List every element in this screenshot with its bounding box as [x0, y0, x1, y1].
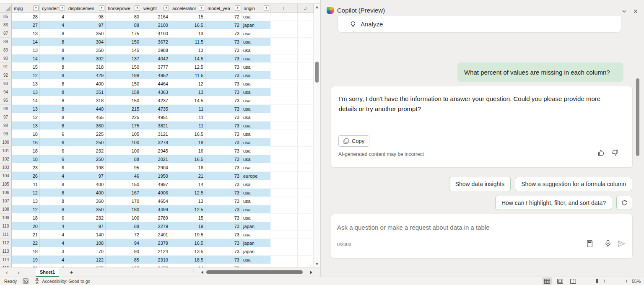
- row-number[interactable]: 107: [0, 197, 12, 205]
- cell[interactable]: 16.5: [170, 239, 205, 247]
- row-number[interactable]: 104: [0, 172, 12, 180]
- cell[interactable]: 2401: [141, 231, 170, 239]
- vertical-scrollbar-thumb[interactable]: [315, 62, 319, 83]
- cell[interactable]: [270, 105, 298, 113]
- cell[interactable]: usa: [242, 147, 270, 155]
- cell[interactable]: [270, 256, 298, 264]
- chip-highlight-filter-sort[interactable]: How can I highlight, filter, and sort da…: [495, 196, 612, 210]
- row-number[interactable]: 112: [0, 239, 12, 247]
- cell[interactable]: 6: [40, 155, 66, 163]
- column-header-cylinder[interactable]: cylinder:▾: [40, 4, 66, 12]
- cell[interactable]: 21: [12, 264, 40, 267]
- scroll-up-icon[interactable]: [315, 6, 319, 8]
- cell[interactable]: 23: [12, 163, 40, 172]
- cell[interactable]: 2279: [141, 222, 170, 231]
- close-icon[interactable]: [633, 8, 639, 14]
- cell[interactable]: [270, 21, 298, 29]
- cell[interactable]: japan: [242, 239, 270, 247]
- row-number[interactable]: 100: [0, 138, 12, 147]
- column-header-mpg[interactable]: mpg▾: [12, 4, 40, 12]
- cell[interactable]: 14: [12, 96, 40, 105]
- cell[interactable]: usa: [242, 29, 270, 38]
- cell[interactable]: usa: [242, 180, 270, 189]
- cell[interactable]: 18: [12, 155, 40, 163]
- cell[interactable]: 13: [12, 105, 40, 113]
- cell[interactable]: 80: [106, 13, 141, 21]
- filter-dropdown-icon[interactable]: ▾: [60, 5, 65, 11]
- cell[interactable]: [270, 222, 298, 231]
- zoom-in-button[interactable]: +: [625, 278, 628, 284]
- cell[interactable]: 22: [12, 239, 40, 247]
- cell[interactable]: 4654: [141, 197, 170, 205]
- cell[interactable]: [298, 13, 314, 21]
- cell[interactable]: 318: [66, 63, 106, 71]
- cell[interactable]: 8: [40, 197, 66, 205]
- cell[interactable]: 88: [106, 222, 141, 231]
- cell[interactable]: 16: [170, 163, 205, 172]
- cell[interactable]: 175: [106, 122, 141, 130]
- row-number[interactable]: 91: [0, 63, 12, 71]
- cell[interactable]: [298, 38, 314, 46]
- cell[interactable]: 18: [170, 138, 205, 147]
- cell[interactable]: 18: [12, 147, 40, 155]
- cell[interactable]: 73: [205, 71, 242, 80]
- cell[interactable]: 72: [205, 21, 242, 29]
- cell[interactable]: 12: [12, 71, 40, 80]
- cell[interactable]: 105: [106, 130, 141, 138]
- row-number[interactable]: 103: [0, 163, 12, 172]
- row-number[interactable]: 85: [0, 13, 12, 21]
- cell[interactable]: 198: [106, 71, 141, 80]
- cell[interactable]: usa: [242, 63, 270, 71]
- cell[interactable]: 4952: [141, 71, 170, 80]
- cell[interactable]: 4: [40, 231, 66, 239]
- cell[interactable]: 2124: [141, 247, 170, 256]
- column-header-origin[interactable]: origin▾: [242, 4, 270, 12]
- cell[interactable]: usa: [242, 113, 270, 122]
- cell[interactable]: 225: [106, 113, 141, 122]
- cell[interactable]: 16: [170, 147, 205, 155]
- cell[interactable]: 8: [40, 88, 66, 96]
- cell[interactable]: 250: [66, 138, 106, 147]
- cell[interactable]: 73: [205, 96, 242, 105]
- cell[interactable]: 304: [66, 38, 106, 46]
- cell[interactable]: usa: [242, 80, 270, 88]
- cell[interactable]: [270, 214, 298, 222]
- cell[interactable]: 8: [40, 38, 66, 46]
- cell[interactable]: 73: [205, 105, 242, 113]
- analyze-card[interactable]: Analyze: [338, 16, 621, 33]
- cell[interactable]: 100: [106, 147, 141, 155]
- cell[interactable]: 4906: [141, 189, 170, 197]
- cell[interactable]: 15: [170, 13, 205, 21]
- row-number[interactable]: 114: [0, 256, 12, 264]
- cell[interactable]: 150: [106, 80, 141, 88]
- cell[interactable]: 16.5: [170, 155, 205, 163]
- cell[interactable]: [298, 222, 314, 231]
- cell[interactable]: 4042: [141, 54, 170, 63]
- cell[interactable]: [298, 88, 314, 96]
- cell[interactable]: 3988: [141, 46, 170, 54]
- cell[interactable]: 170: [106, 197, 141, 205]
- row-number[interactable]: 87: [0, 29, 12, 38]
- cell[interactable]: 73: [205, 214, 242, 222]
- cell[interactable]: 73: [205, 80, 242, 88]
- filter-dropdown-icon[interactable]: ▾: [235, 5, 240, 11]
- copy-button[interactable]: Copy: [338, 135, 369, 147]
- cell[interactable]: 19: [170, 222, 205, 231]
- cell[interactable]: 14: [170, 264, 205, 267]
- cell[interactable]: 250: [66, 155, 106, 163]
- row-number[interactable]: 109: [0, 214, 12, 222]
- row-number[interactable]: 86: [0, 21, 12, 29]
- cell[interactable]: [270, 96, 298, 105]
- row-number[interactable]: 95: [0, 96, 12, 105]
- cell[interactable]: 4997: [141, 180, 170, 189]
- cell[interactable]: 4: [40, 256, 66, 264]
- cell[interactable]: usa: [242, 197, 270, 205]
- dictate-button[interactable]: [605, 240, 611, 248]
- cell[interactable]: 3121: [141, 130, 170, 138]
- cell[interactable]: europe: [242, 172, 270, 180]
- cell[interactable]: 2310: [141, 256, 170, 264]
- cell[interactable]: usa: [242, 163, 270, 172]
- next-sheet-button[interactable]: ›: [18, 268, 20, 277]
- row-number[interactable]: 89: [0, 46, 12, 54]
- cell[interactable]: 232: [66, 147, 106, 155]
